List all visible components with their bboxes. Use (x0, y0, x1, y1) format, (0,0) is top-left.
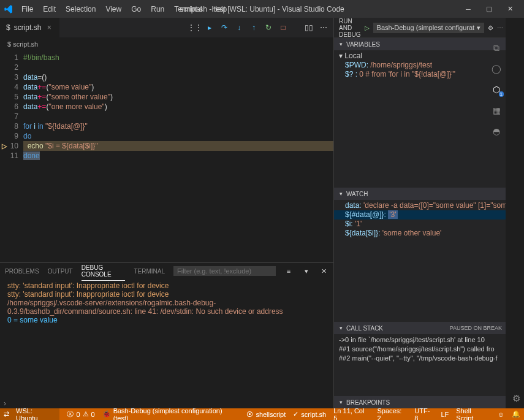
activity-bar-right: ⧉ ◯ ⬡1 ▦ ◓ (487, 38, 506, 137)
panel-tab-problems[interactable]: PROBLEMS (5, 265, 39, 277)
step-into-button[interactable]: ↓ (233, 21, 245, 34)
accounts-icon[interactable]: ◓ (490, 125, 503, 137)
status-problems[interactable]: ⓧ 0 ⚠ 0 (67, 410, 94, 419)
status-bar: ⇄ WSL: Ubuntu ⓧ 0 ⚠ 0 🐞 Bash-Debug (simp… (0, 408, 524, 420)
robot-icon[interactable]: ⬡1 (490, 83, 503, 96)
scope-local[interactable]: ▾ Local (334, 52, 506, 61)
vscode-icon (4, 4, 13, 14)
code-editor[interactable]: 123456789▷1011 #!/bin/bash data=()data+=… (0, 50, 333, 262)
watch-row[interactable]: $i: '1' (334, 220, 506, 229)
panel-tab-output[interactable]: OUTPUT (48, 265, 73, 277)
menu-edit[interactable]: Edit (39, 2, 60, 16)
person-icon[interactable]: ◯ (490, 63, 503, 75)
tab-script-sh[interactable]: $ script.sh × (0, 18, 60, 37)
maximize-button[interactable]: ▢ (479, 5, 499, 13)
feedback-icon[interactable]: ☺ (498, 411, 504, 418)
continue-button[interactable]: ▸ (203, 21, 216, 34)
panel-tabs: PROBLEMSOUTPUTDEBUG CONSOLETERMINAL≡▾✕ (0, 263, 333, 279)
variables-header[interactable]: ▾VARIABLES (334, 38, 506, 50)
menu-run[interactable]: Run (146, 2, 169, 16)
watch-row[interactable]: ${#data[@]}: '3' (334, 210, 506, 220)
watch-body[interactable]: data: 'declare -a data=([0]="some value"… (334, 200, 506, 291)
callstack-row[interactable]: ->0 in file `/home/spriggsj/test/script.… (334, 335, 506, 345)
bell-icon[interactable]: 🔔 (512, 410, 520, 418)
debug-toolbar: ⋮⋮ ▸ ↷ ↓ ↑ ↻ □ ▯▯ ⋯ (189, 18, 333, 37)
window-title: script.sh - test [WSL: Ubuntu] - Visual … (180, 5, 344, 13)
more-actions-button[interactable]: ⋯ (317, 21, 330, 34)
title-bar: FileEditSelectionViewGoRunTerminalHelp s… (0, 0, 524, 18)
remote-indicator[interactable]: ⇄ WSL: Ubuntu (0, 408, 59, 420)
status-eol[interactable]: LF (441, 411, 449, 418)
manage-gear-icon[interactable]: ⚙ (512, 393, 520, 404)
panel-more-icon[interactable]: ≡ (284, 265, 294, 277)
step-over-button[interactable]: ↷ (218, 21, 230, 34)
copy-icon[interactable]: ⧉ (490, 42, 503, 54)
callstack-body[interactable]: ->0 in file `/home/spriggsj/test/script.… (334, 334, 506, 365)
callstack-row[interactable]: ##2 main("--quiet", "--tty", "/tmp/vscod… (334, 354, 506, 363)
panel-filter-input[interactable] (173, 266, 276, 276)
step-out-button[interactable]: ↑ (248, 21, 260, 34)
menu-file[interactable]: File (17, 2, 37, 16)
start-debug-icon[interactable]: ▷ (365, 25, 370, 31)
tab-label: script.sh (14, 23, 42, 32)
variable-row[interactable]: $? : 0 # from 'for i in "${!data[@]}"' (334, 70, 506, 79)
minimize-button[interactable]: ─ (458, 5, 479, 13)
tab-close-button[interactable]: × (45, 23, 53, 32)
panel-tab-debug-console[interactable]: DEBUG CONSOLE (82, 262, 126, 281)
stop-button[interactable]: □ (277, 21, 289, 34)
run-debug-label: RUN AND DEBUG (339, 18, 361, 38)
status-indent[interactable]: Spaces: 2 (377, 407, 407, 421)
debug-console-output[interactable]: stty: 'standard input': Inappropriate io… (0, 279, 333, 399)
status-encoding[interactable]: UTF-8 (414, 407, 433, 421)
gear-icon[interactable]: ⚙ (488, 25, 493, 31)
bottom-panel: PROBLEMSOUTPUTDEBUG CONSOLETERMINAL≡▾✕ s… (0, 262, 333, 399)
variable-row[interactable]: $PWD: /home/spriggsj/test (334, 61, 506, 70)
status-debug[interactable]: 🐞 Bash-Debug (simplest configuration) (t… (102, 407, 240, 421)
watch-row[interactable]: ${data[$i]}: 'some other value' (334, 229, 506, 238)
debug-side-bar: RUN AND DEBUG ▷ Bash-Debug (simplest con… (334, 18, 506, 408)
menu-go[interactable]: Go (127, 2, 145, 16)
chevron-down-icon: ▾ (477, 24, 480, 32)
status-langstatus[interactable]: ⦿ shellscript (246, 411, 286, 418)
status-file[interactable]: ✓ script.sh (293, 410, 326, 418)
drag-handle-icon[interactable]: ⋮⋮ (189, 21, 201, 34)
menu-view[interactable]: View (101, 2, 126, 16)
status-language[interactable]: Shell Script (456, 407, 490, 421)
editor-tabbar: $ script.sh × ⋮⋮ ▸ ↷ ↓ ↑ ↻ □ ▯▯ ⋯ (0, 18, 333, 38)
window-controls: ─ ▢ ✕ (458, 5, 520, 13)
status-cursor[interactable]: Ln 11, Col 5 (333, 407, 370, 421)
panel-chevron-icon[interactable]: ▾ (302, 265, 311, 278)
variables-body[interactable]: ▾ Local $PWD: /home/spriggsj/test$? : 0 … (334, 50, 506, 188)
debug-config-select[interactable]: Bash-Debug (simplest configurat ▾ (373, 23, 485, 33)
panel-close-icon[interactable]: ✕ (319, 265, 328, 278)
shell-file-icon: $ (6, 23, 10, 32)
breadcrumb[interactable]: $ script.sh (0, 38, 333, 50)
watch-row[interactable]: data: 'declare -a data=([0]="some value"… (334, 201, 506, 210)
gutter[interactable]: 123456789▷1011 (0, 50, 23, 262)
code-area[interactable]: #!/bin/bash data=()data+=("some value")d… (23, 50, 333, 262)
extensions-icon[interactable]: ▦ (490, 104, 503, 116)
callstack-header[interactable]: ▾CALL STACKPAUSED ON BREAK (334, 322, 506, 334)
breakpoints-header[interactable]: ▾BREAKPOINTS (334, 396, 506, 408)
split-editor-button[interactable]: ▯▯ (303, 21, 315, 34)
close-button[interactable]: ✕ (499, 5, 520, 13)
more-icon[interactable]: ⋯ (497, 25, 503, 31)
callstack-row[interactable]: ##1 source("/home/spriggsj/test/script.s… (334, 345, 506, 354)
watch-header[interactable]: ▾WATCH (334, 188, 506, 200)
restart-button[interactable]: ↻ (262, 21, 275, 34)
menu-selection[interactable]: Selection (61, 2, 100, 16)
panel-tab-terminal[interactable]: TERMINAL (134, 265, 165, 277)
